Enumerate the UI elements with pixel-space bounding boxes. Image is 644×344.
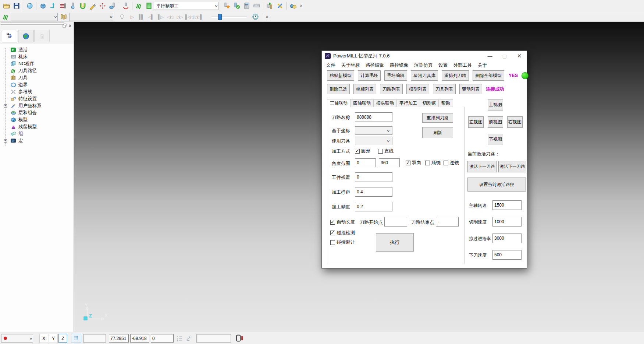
- menu-item-关于坐标[interactable]: 关于坐标: [338, 62, 363, 69]
- tree-item-边界[interactable]: 边界: [1, 81, 74, 88]
- rearrange-toolpath-button[interactable]: 重排列刀路: [422, 113, 453, 123]
- toolpath-start-input[interactable]: [384, 217, 407, 227]
- dialog-tab-三轴联动[interactable]: 三轴联动: [327, 99, 351, 108]
- transform-icon[interactable]: [275, 1, 285, 11]
- dialog-close-button[interactable]: ✕: [512, 51, 527, 61]
- status-combo[interactable]: ∨: [1, 334, 33, 343]
- powermill-logo-icon[interactable]: [134, 1, 144, 11]
- toolpath-icon[interactable]: [48, 1, 58, 11]
- dialog-button-刀具列表[interactable]: 刀具列表: [433, 84, 456, 94]
- clock-icon[interactable]: [250, 12, 260, 22]
- stock-remain-input[interactable]: [355, 172, 392, 182]
- dialog-tab-帮助[interactable]: 帮助: [439, 99, 453, 107]
- dialog-tab-切割锯[interactable]: 切割锯: [420, 99, 439, 107]
- explorer-tab[interactable]: [2, 30, 17, 42]
- top-view-button[interactable]: 上视图: [488, 99, 503, 110]
- dialog-maximize-button[interactable]: ▢: [497, 51, 512, 61]
- collision-avoid-checkbox[interactable]: [330, 240, 335, 245]
- speed-input-主轴转速[interactable]: [492, 200, 522, 210]
- feeds-icon[interactable]: [121, 1, 131, 11]
- rapid-moves-icon[interactable]: [58, 1, 68, 11]
- angle-to-input[interactable]: [379, 158, 400, 167]
- tool-change-icon[interactable]: [265, 1, 275, 11]
- toolpath-name-input[interactable]: [355, 112, 392, 122]
- light-bulb-icon[interactable]: [117, 12, 127, 22]
- execute-button[interactable]: 执行: [376, 233, 414, 252]
- pause-button[interactable]: ▌▌: [136, 13, 146, 21]
- coord-base-select[interactable]: ∨: [355, 126, 392, 135]
- simulation-speed-slider[interactable]: [211, 14, 247, 20]
- bidirectional-checkbox[interactable]: [406, 161, 410, 165]
- set-active-path-button[interactable]: 设置当前激活路径: [467, 178, 526, 192]
- toolpath-end-input[interactable]: [436, 217, 459, 227]
- menu-item-路径镜像[interactable]: 路径镜像: [387, 62, 411, 69]
- refresh-button[interactable]: 刷新: [422, 127, 453, 138]
- tree-item-模型[interactable]: 模型: [1, 116, 74, 123]
- tree-item-参考线[interactable]: 参考线: [1, 88, 74, 95]
- axis-x-button[interactable]: X: [39, 334, 48, 343]
- menu-item-文件[interactable]: 文件: [323, 62, 338, 69]
- tolerance-input[interactable]: [355, 202, 392, 211]
- shaded-view-icon[interactable]: [25, 1, 35, 11]
- pattern-icon[interactable]: [97, 1, 107, 11]
- menu-item-路径编辑[interactable]: 路径编辑: [363, 62, 387, 69]
- block-icon[interactable]: [38, 1, 48, 11]
- dialog-button-计算毛坯[interactable]: 计算毛坯: [358, 70, 381, 81]
- measure-axis-icon[interactable]: [185, 334, 193, 342]
- speed-input-切削速度[interactable]: [492, 217, 522, 227]
- tree-item-残留模型[interactable]: 残留模型: [1, 123, 74, 130]
- bottom-view-button[interactable]: 下视图: [488, 134, 503, 145]
- tree-item-激活[interactable]: 激活: [1, 46, 74, 53]
- strategy-list-icon[interactable]: [144, 1, 154, 11]
- sim-tool-combo[interactable]: ∨: [69, 13, 113, 21]
- status-field-1[interactable]: [83, 334, 106, 343]
- tree-item-层和组合[interactable]: 层和组合: [1, 109, 74, 116]
- tree-item-组[interactable]: 组: [1, 130, 74, 137]
- coordinate-y-input[interactable]: [130, 334, 149, 343]
- search-forward-button[interactable]: ▷▷: [175, 13, 184, 21]
- play-button[interactable]: ▷: [127, 13, 136, 21]
- collision-check-icon[interactable]: [222, 1, 232, 11]
- slider-handle[interactable]: [218, 14, 222, 20]
- dialog-tab-摆头联动[interactable]: 摆头联动: [374, 99, 397, 107]
- panel-close-icon[interactable]: ×: [68, 23, 72, 28]
- save-icon[interactable]: [11, 1, 21, 11]
- open-file-icon[interactable]: [1, 1, 11, 11]
- climb-mill-checkbox[interactable]: [425, 161, 430, 165]
- line-mode-checkbox[interactable]: [378, 149, 383, 154]
- expand-plus-icon[interactable]: +: [4, 139, 7, 143]
- grid-snap-button[interactable]: [71, 334, 81, 343]
- axis-y-button[interactable]: Y: [49, 334, 58, 343]
- menu-item-渲染仿真[interactable]: 渲染仿真: [411, 62, 435, 69]
- dialog-button-驱动列表[interactable]: 驱动列表: [459, 84, 482, 94]
- tree-item-NC程序[interactable]: NC程序: [1, 60, 74, 67]
- dialog-button-模型列表[interactable]: 模型列表: [406, 84, 429, 94]
- circle-mode-checkbox[interactable]: [355, 149, 360, 154]
- conventional-mill-checkbox[interactable]: [444, 161, 448, 165]
- auto-length-checkbox[interactable]: [330, 220, 335, 225]
- dialog-button-坐标列表[interactable]: 坐标列表: [353, 84, 376, 94]
- tree-item-用户坐标系[interactable]: +用户坐标系: [1, 102, 74, 109]
- coordinate-z-input[interactable]: [151, 334, 174, 343]
- angle-from-input[interactable]: [355, 158, 376, 167]
- dialog-button-粘贴新模型[interactable]: 粘贴新模型: [327, 70, 354, 81]
- speed-input-掠过进给率[interactable]: [492, 234, 522, 243]
- menu-item-外部工具[interactable]: 外部工具: [451, 62, 475, 69]
- compare-models-icon[interactable]: [288, 1, 298, 11]
- expand-plus-icon[interactable]: +: [4, 104, 7, 108]
- dialog-titlebar[interactable]: PowerMILL 忆梦星河 7.0.6 — ▢ ✕: [322, 51, 527, 61]
- measure-icon[interactable]: [252, 1, 261, 11]
- panel-grip[interactable]: [1, 24, 64, 25]
- search-back-button[interactable]: ◁◁: [165, 13, 175, 21]
- sim-toolbar-close-button[interactable]: ×: [264, 14, 270, 20]
- front-view-button[interactable]: 前视图: [488, 116, 503, 128]
- menu-item-设置[interactable]: 设置: [435, 62, 451, 69]
- calculator-icon[interactable]: [242, 1, 252, 11]
- tree-item-刀具路径[interactable]: 刀具路径: [1, 67, 74, 74]
- tree-item-宏[interactable]: +宏: [1, 137, 74, 144]
- dialog-button-删除全部模型[interactable]: 删除全部模型: [473, 70, 504, 81]
- dialog-button-刀路列表[interactable]: 刀路列表: [380, 84, 403, 94]
- left-view-button[interactable]: 左视图: [468, 116, 484, 128]
- go-to-end-button[interactable]: ▷▷▌: [194, 13, 203, 21]
- dialog-button-删除已选[interactable]: 删除已选: [327, 84, 350, 94]
